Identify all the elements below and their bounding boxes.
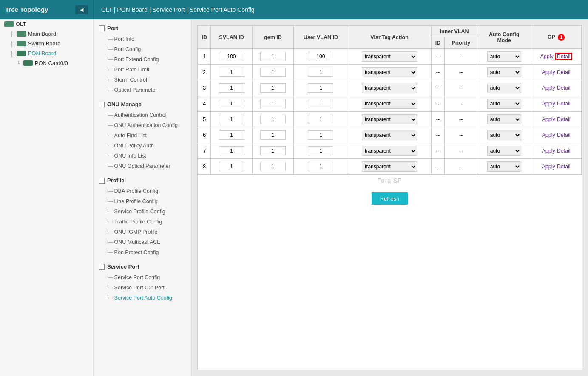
row-7-auto-mode: automanual: [477, 143, 531, 159]
row-2-vlantag-select[interactable]: transparenttranslateadd-doublesingle-tag: [362, 67, 417, 77]
menu-item-service-port-config[interactable]: └─Service Port Config: [94, 272, 191, 283]
row-2-svlan-id-input[interactable]: [219, 68, 244, 77]
tree-node-ponboard[interactable]: ├ PON Board: [0, 48, 93, 58]
row-1-auto-mode-select[interactable]: automanual: [487, 51, 521, 62]
row-6-auto-mode-select[interactable]: automanual: [487, 130, 521, 140]
row-8-vlantag-select[interactable]: transparenttranslateadd-doublesingle-tag: [362, 161, 417, 172]
row-4-svlan-id-input[interactable]: [219, 99, 244, 108]
collapse-sidebar-button[interactable]: ◄: [75, 5, 88, 14]
menu-item-onu-policy-auth[interactable]: └─ONU Policy Auth: [94, 141, 191, 151]
row-1-user-vlan-id: [294, 49, 348, 65]
row-4-apply-button[interactable]: Apply: [542, 101, 555, 107]
row-1-detail-button[interactable]: Detail: [555, 53, 572, 60]
row-1-apply-button[interactable]: Apply: [540, 54, 553, 59]
row-4-auto-mode-select[interactable]: automanual: [487, 99, 521, 109]
row-7-svlan-id-input[interactable]: [219, 146, 244, 155]
row-2-detail-button[interactable]: Detail: [557, 69, 571, 75]
tree-node-poncard[interactable]: └ PON Card0/0: [0, 58, 93, 68]
row-5-auto-mode-select[interactable]: automanual: [487, 114, 521, 124]
row-5-detail-button[interactable]: Detail: [557, 116, 571, 122]
row-1-vlantag-select[interactable]: transparenttranslateadd-doublesingle-tag: [362, 51, 417, 62]
row-3-svlan-id-input[interactable]: [219, 83, 244, 93]
row-2-auto-mode-select[interactable]: automanual: [487, 67, 521, 77]
row-6-svlan-id-input[interactable]: [219, 130, 244, 140]
row-4-user-vlan-id-input[interactable]: [308, 99, 333, 108]
row-2-user-vlan-id-input[interactable]: [308, 68, 333, 77]
row-3-id: 3: [198, 80, 211, 96]
row-8-detail-button[interactable]: Detail: [557, 164, 571, 170]
row-6-user-vlan-id-input[interactable]: [308, 130, 333, 140]
row-8-user-vlan-id-input[interactable]: [308, 162, 333, 171]
row-6-gem-id-input[interactable]: [260, 130, 286, 140]
menu-item-onu-multicast-acl[interactable]: └─ONU Multicast ACL: [94, 237, 191, 247]
menu-item-port-info[interactable]: └─Port Info: [94, 34, 191, 44]
menu-item-auth-control[interactable]: └─Authentication Control: [94, 110, 191, 120]
menu-item-storm-control[interactable]: └─Storm Control: [94, 75, 191, 85]
tree-connector-mainboard: ├: [10, 31, 14, 37]
menu-item-dba-profile-config[interactable]: └─DBA Profile Config: [94, 186, 191, 196]
row-7-gem-id-input[interactable]: [260, 146, 286, 155]
row-2-gem-id-input[interactable]: [260, 68, 286, 77]
menu-item-optical-parameter[interactable]: └─Optical Parameter: [94, 85, 191, 95]
row-6-detail-button[interactable]: Detail: [557, 132, 571, 138]
menu-item-traffic-profile-config[interactable]: └─Traffic Profile Config: [94, 217, 191, 227]
row-1-user-vlan-id-input[interactable]: [308, 52, 333, 61]
row-1-gem-id-input[interactable]: [260, 52, 286, 61]
menu-item-port-rate-limit[interactable]: └─Port Rate Limit: [94, 65, 191, 75]
row-6-vlantag-select[interactable]: transparenttranslateadd-doublesingle-tag: [362, 130, 417, 140]
row-1-svlan-id-input[interactable]: [219, 52, 244, 61]
row-3-apply-button[interactable]: Apply: [542, 85, 555, 91]
row-7-auto-mode-select[interactable]: automanual: [487, 146, 521, 156]
top-header: Tree Topology ◄ OLT | PON Board | Servic…: [0, 0, 588, 19]
row-4-inner-vlan-id: --: [431, 96, 444, 112]
menu-item-onu-auth-config[interactable]: └─ONU Authentication Config: [94, 120, 191, 130]
row-5-vlantag-select[interactable]: transparenttranslateadd-doublesingle-tag: [362, 114, 417, 124]
row-3-gem-id-input[interactable]: [260, 83, 286, 93]
menu-item-onu-optical-parameter[interactable]: └─ONU Optical Parameter: [94, 161, 191, 171]
row-4-detail-button[interactable]: Detail: [557, 101, 571, 107]
menu-item-service-profile-config[interactable]: └─Service Profile Config: [94, 206, 191, 217]
section-onu-toggle[interactable]: [99, 102, 105, 107]
row-4-gem-id-input[interactable]: [260, 99, 286, 108]
row-3-vlantag-select[interactable]: transparenttranslateadd-doublesingle-tag: [362, 83, 417, 93]
row-5-user-vlan-id-input[interactable]: [308, 115, 333, 124]
section-port-toggle[interactable]: [99, 25, 105, 31]
tree-node-switchboard[interactable]: ├ Switch Board: [0, 39, 93, 48]
row-4-vlantag-select[interactable]: transparenttranslateadd-doublesingle-tag: [362, 99, 417, 109]
row-8-svlan-id-input[interactable]: [219, 162, 244, 171]
row-3-auto-mode-select[interactable]: automanual: [487, 83, 521, 93]
row-8-gem-id-input[interactable]: [260, 162, 286, 171]
row-8-apply-button[interactable]: Apply: [542, 164, 555, 170]
row-8-auto-mode-select[interactable]: automanual: [487, 161, 521, 172]
menu-item-pon-protect-config[interactable]: └─Pon Protect Config: [94, 247, 191, 257]
menu-item-onu-igmp-profile[interactable]: └─ONU IGMP Profile: [94, 227, 191, 237]
col-header-auto-config-mode: Auto ConfigMode: [477, 26, 531, 49]
section-service-port-toggle[interactable]: [99, 264, 105, 270]
menu-item-onu-info-list[interactable]: └─ONU Info List: [94, 151, 191, 161]
menu-item-port-config[interactable]: └─Port Config: [94, 44, 191, 54]
row-7-vlantag-select[interactable]: transparenttranslateadd-doublesingle-tag: [362, 146, 417, 156]
row-7-user-vlan-id-input[interactable]: [308, 146, 333, 155]
row-3-user-vlan-id-input[interactable]: [308, 83, 333, 93]
menu-item-service-port-auto-config[interactable]: └─Service Port Auto Config: [94, 293, 191, 303]
menu-item-port-extend-config[interactable]: └─Port Extend Config: [94, 54, 191, 65]
tree-node-mainboard-label: Main Board: [28, 31, 56, 37]
row-3-detail-button[interactable]: Detail: [557, 85, 571, 91]
row-5-gem-id-input[interactable]: [260, 115, 286, 124]
op-badge: 1: [558, 34, 565, 41]
row-2-apply-button[interactable]: Apply: [542, 69, 555, 75]
menu-item-line-profile-config[interactable]: └─Line Profile Config: [94, 196, 191, 206]
row-7-user-vlan-id: [294, 143, 348, 159]
row-5-svlan-id-input[interactable]: [219, 115, 244, 124]
row-5-apply-button[interactable]: Apply: [542, 116, 555, 122]
row-7-detail-button[interactable]: Detail: [557, 148, 571, 154]
refresh-button[interactable]: Refresh: [372, 192, 408, 205]
menu-item-service-port-cur-perf[interactable]: └─Service Port Cur Perf: [94, 283, 191, 293]
row-5-id: 5: [198, 112, 211, 127]
tree-node-mainboard[interactable]: ├ Main Board: [0, 29, 93, 39]
row-7-apply-button[interactable]: Apply: [542, 148, 555, 154]
tree-node-olt[interactable]: OLT: [0, 19, 93, 29]
section-profile-toggle[interactable]: [99, 178, 105, 184]
menu-item-auto-find-list[interactable]: └─Auto Find List: [94, 130, 191, 141]
row-6-apply-button[interactable]: Apply: [542, 132, 555, 138]
